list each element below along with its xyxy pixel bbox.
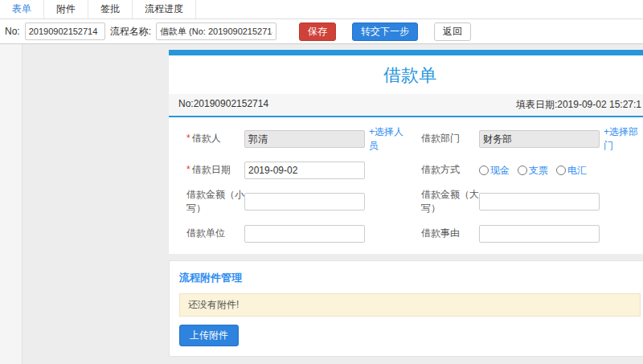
tab-progress[interactable]: 流程进度 bbox=[133, 0, 196, 18]
form-date: 填表日期:2019-09-02 15:27:1 bbox=[516, 98, 641, 112]
next-step-button[interactable]: 转交下一步 bbox=[352, 22, 418, 41]
no-input[interactable] bbox=[25, 22, 105, 40]
tab-bar: 表单 附件 签批 流程进度 bbox=[0, 0, 643, 19]
save-button[interactable]: 保存 bbox=[299, 22, 336, 41]
loan-method-options: 现金 支票 电汇 bbox=[479, 164, 643, 178]
back-button[interactable]: 返回 bbox=[434, 22, 471, 41]
wire-radio[interactable] bbox=[556, 166, 566, 175]
panel-accent-bar bbox=[169, 50, 643, 55]
process-name-input[interactable] bbox=[156, 22, 276, 40]
amount-lower-input[interactable] bbox=[244, 193, 365, 211]
required-mark: * bbox=[186, 164, 190, 175]
attachments-title: 流程附件管理 bbox=[179, 271, 641, 285]
select-person-link[interactable]: +选择人员 bbox=[369, 125, 408, 153]
no-attachments-notice: 还没有附件! bbox=[179, 293, 641, 317]
loan-date-input[interactable] bbox=[244, 162, 365, 179]
cash-radio[interactable] bbox=[479, 166, 489, 175]
method-option-wire[interactable]: 电汇 bbox=[556, 164, 587, 178]
command-bar: No: 流程名称: 保存 转交下一步 返回 bbox=[0, 19, 643, 44]
tab-sign[interactable]: 签批 bbox=[88, 0, 133, 18]
department-input[interactable] bbox=[479, 130, 600, 148]
workspace: 借款单 No:20190902152714 填表日期:2019-09-02 15… bbox=[0, 44, 643, 364]
no-label: No: bbox=[5, 26, 20, 37]
loan-reason-label: 借款事由 bbox=[408, 227, 479, 240]
borrower-input[interactable] bbox=[244, 130, 365, 148]
tab-attachments[interactable]: 附件 bbox=[44, 0, 88, 18]
amount-upper-input[interactable] bbox=[479, 193, 600, 211]
upload-attachment-button[interactable]: 上传附件 bbox=[179, 325, 239, 346]
attachments-panel: 流程附件管理 还没有附件! 上传附件 bbox=[169, 260, 643, 357]
borrower-label: *借款人 bbox=[174, 132, 244, 145]
loan-unit-label: 借款单位 bbox=[174, 227, 244, 240]
select-department-link[interactable]: +选择部门 bbox=[604, 125, 643, 153]
method-option-cheque[interactable]: 支票 bbox=[518, 164, 548, 178]
loan-form-panel: 借款单 No:20190902152714 填表日期:2019-09-02 15… bbox=[169, 50, 643, 254]
page-title: 借款单 bbox=[169, 55, 643, 94]
form-meta-bar: No:20190902152714 填表日期:2019-09-02 15:27:… bbox=[169, 94, 643, 117]
left-collapsed-strip bbox=[0, 44, 23, 364]
cheque-radio[interactable] bbox=[518, 166, 527, 175]
loan-unit-input[interactable] bbox=[244, 225, 365, 243]
department-label: 借款部门 bbox=[408, 132, 479, 145]
form-fields: *借款人 +选择人员 借款部门 +选择部门 *借款日期 借款 bbox=[169, 117, 643, 254]
process-name-label: 流程名称: bbox=[110, 25, 151, 39]
amount-lower-label: 借款金额（小写） bbox=[174, 188, 244, 216]
tab-form[interactable]: 表单 bbox=[0, 0, 44, 18]
method-option-cash[interactable]: 现金 bbox=[479, 164, 510, 178]
required-mark: * bbox=[186, 133, 190, 144]
loan-method-label: 借款方式 bbox=[408, 163, 479, 177]
loan-reason-input[interactable] bbox=[479, 225, 600, 243]
loan-date-label: *借款日期 bbox=[174, 163, 244, 177]
amount-upper-label: 借款金额（大写） bbox=[408, 188, 479, 216]
form-number: No:20190902152714 bbox=[178, 98, 268, 112]
